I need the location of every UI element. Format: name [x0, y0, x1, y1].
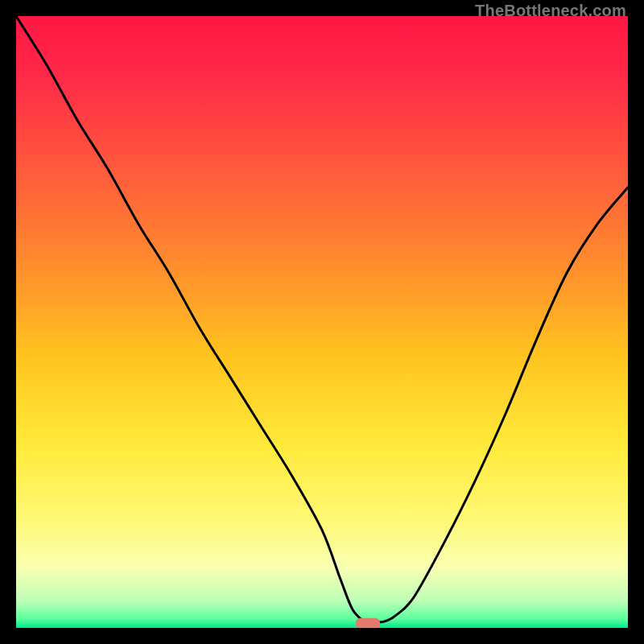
- plot-area: [16, 16, 628, 628]
- optimal-point-marker: [356, 618, 380, 628]
- chart-background: [16, 16, 628, 628]
- chart-frame: TheBottleneck.com: [0, 0, 644, 644]
- bottleneck-chart: [16, 16, 628, 628]
